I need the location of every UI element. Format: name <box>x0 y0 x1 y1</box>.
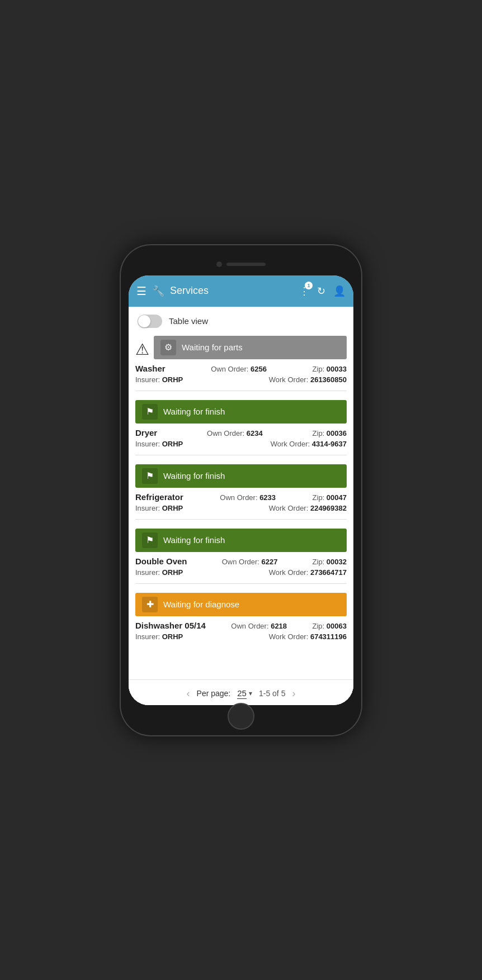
work-order-double-oven: Work Order: 273664717 <box>269 568 347 577</box>
service-info-row1-dishwasher: Dishwasher 05/14 Own Order: 6218 Zip: 00… <box>135 621 347 630</box>
flag-status-icon-refrigerator: ⚑ <box>142 468 158 484</box>
work-order-dryer: Work Order: 4314-9637 <box>271 440 347 448</box>
service-item-dishwasher[interactable]: ✚ Waiting for diagnose Dishwasher 05/14 … <box>135 593 347 648</box>
per-page-value: 25 <box>237 688 247 699</box>
work-order-refrigerator: Work Order: 224969382 <box>269 504 347 512</box>
flag-status-icon-double-oven: ⚑ <box>142 532 158 548</box>
service-info-row2-dryer: Insurer: ORHP Work Order: 4314-9637 <box>135 440 347 448</box>
service-info-row1-washer: Washer Own Order: 6256 Zip: 00033 <box>135 364 347 373</box>
service-item-double-oven[interactable]: ⚑ Waiting for finish Double Oven Own Ord… <box>135 529 347 584</box>
service-name-refrigerator: Refrigerator <box>135 492 183 502</box>
insurer-washer: Insurer: ORHP <box>135 375 183 384</box>
insurer-double-oven: Insurer: ORHP <box>135 568 183 577</box>
status-text-dryer: Waiting for finish <box>163 407 225 416</box>
phone-notch <box>129 255 353 273</box>
wrench-icon: 🔧 <box>152 285 164 297</box>
plus-status-icon-dishwasher: ✚ <box>142 597 158 612</box>
insurer-dryer: Insurer: ORHP <box>135 440 183 448</box>
service-name-dryer: Dryer <box>135 428 157 437</box>
status-bar-refrigerator: ⚑ Waiting for finish <box>135 464 347 488</box>
next-page-arrow[interactable]: › <box>292 688 295 700</box>
app-header: ☰ 🔧 Services ⋮ 1 ↻ 👤 <box>129 275 353 307</box>
service-item-refrigerator[interactable]: ⚑ Waiting for finish Refrigerator Own Or… <box>135 464 347 520</box>
page-range-text: 1-5 of 5 <box>259 689 285 698</box>
phone-screen: ☰ 🔧 Services ⋮ 1 ↻ 👤 Table view <box>129 275 353 705</box>
per-page-dropdown-icon: ▾ <box>249 689 252 697</box>
notification-badge: 1 <box>305 282 313 289</box>
per-page-select[interactable]: 25 ▾ <box>237 688 252 699</box>
gear-status-icon: ⚙ <box>160 340 176 355</box>
status-bar-dryer: ⚑ Waiting for finish <box>135 400 347 424</box>
phone-frame: ☰ 🔧 Services ⋮ 1 ↻ 👤 Table view <box>121 245 361 735</box>
flag-status-icon-dryer: ⚑ <box>142 404 158 420</box>
service-item-dryer[interactable]: ⚑ Waiting for finish Dryer Own Order: 62… <box>135 400 347 455</box>
per-page-label: Per page: <box>197 689 231 698</box>
home-button[interactable] <box>228 703 254 730</box>
item-header-washer: ⚠ ⚙ Waiting for parts <box>135 336 347 364</box>
insurer-refrigerator: Insurer: ORHP <box>135 504 183 512</box>
prev-page-arrow[interactable]: ‹ <box>187 688 190 700</box>
zip-dryer: Zip: 00036 <box>313 429 347 437</box>
warning-triangle-icon: ⚠ <box>135 340 149 359</box>
zip-washer: Zip: 00033 <box>313 365 347 373</box>
speaker-grille <box>226 263 266 266</box>
own-order-double-oven: Own Order: 6227 <box>222 558 278 566</box>
service-info-row2-refrigerator: Insurer: ORHP Work Order: 224969382 <box>135 504 347 512</box>
header-title: Services <box>170 285 209 297</box>
service-info-row2-washer: Insurer: ORHP Work Order: 261360850 <box>135 375 347 384</box>
pagination-bar: ‹ Per page: 25 ▾ 1-5 of 5 › <box>129 679 353 705</box>
header-left: ☰ 🔧 Services <box>136 284 299 298</box>
service-info-row1-refrigerator: Refrigerator Own Order: 6233 Zip: 00047 <box>135 492 347 502</box>
status-bar-washer: ⚙ Waiting for parts <box>154 336 347 359</box>
work-order-dishwasher: Work Order: 674311196 <box>269 632 347 641</box>
more-options-icon[interactable]: ⋮ 1 <box>299 285 309 297</box>
hamburger-icon[interactable]: ☰ <box>136 284 147 298</box>
toggle-label: Table view <box>169 316 208 326</box>
service-info-row1-dryer: Dryer Own Order: 6234 Zip: 00036 <box>135 428 347 437</box>
status-text-washer: Waiting for parts <box>182 342 243 352</box>
service-info-row2-double-oven: Insurer: ORHP Work Order: 273664717 <box>135 568 347 577</box>
service-item-washer[interactable]: ⚠ ⚙ Waiting for parts Washer Own Order: … <box>135 336 347 391</box>
header-right: ⋮ 1 ↻ 👤 <box>299 285 346 297</box>
work-order-washer: Work Order: 261360850 <box>269 375 347 384</box>
phone-home-bar <box>129 707 353 725</box>
insurer-dishwasher: Insurer: ORHP <box>135 632 183 641</box>
service-info-row2-dishwasher: Insurer: ORHP Work Order: 674311196 <box>135 632 347 641</box>
table-view-toggle[interactable] <box>138 315 162 328</box>
own-order-washer: Own Order: 6256 <box>211 365 267 373</box>
service-name-washer: Washer <box>135 364 166 373</box>
service-name-dishwasher: Dishwasher 05/14 <box>135 621 206 630</box>
zip-dishwasher: Zip: 00063 <box>313 622 347 630</box>
own-order-dishwasher: Own Order: 6218 <box>231 622 287 630</box>
toggle-knob <box>138 315 150 327</box>
refresh-icon[interactable]: ↻ <box>317 285 325 297</box>
status-bar-double-oven: ⚑ Waiting for finish <box>135 529 347 552</box>
status-text-refrigerator: Waiting for finish <box>163 471 225 481</box>
service-info-row1-double-oven: Double Oven Own Order: 6227 Zip: 00032 <box>135 556 347 566</box>
own-order-refrigerator: Own Order: 6233 <box>220 493 276 502</box>
zip-double-oven: Zip: 00032 <box>313 558 347 566</box>
status-text-dishwasher: Waiting for diagnose <box>163 600 239 609</box>
toggle-row: Table view <box>129 307 353 336</box>
zip-refrigerator: Zip: 00047 <box>313 493 347 502</box>
account-icon[interactable]: 👤 <box>333 285 346 297</box>
own-order-dryer: Own Order: 6234 <box>207 429 263 437</box>
status-text-double-oven: Waiting for finish <box>163 535 225 545</box>
service-list: ⚠ ⚙ Waiting for parts Washer Own Order: … <box>129 336 353 679</box>
app-content: Table view ⚠ ⚙ Waiting for parts Washer <box>129 307 353 705</box>
front-camera <box>216 261 222 267</box>
service-name-double-oven: Double Oven <box>135 556 187 566</box>
status-bar-dishwasher: ✚ Waiting for diagnose <box>135 593 347 616</box>
